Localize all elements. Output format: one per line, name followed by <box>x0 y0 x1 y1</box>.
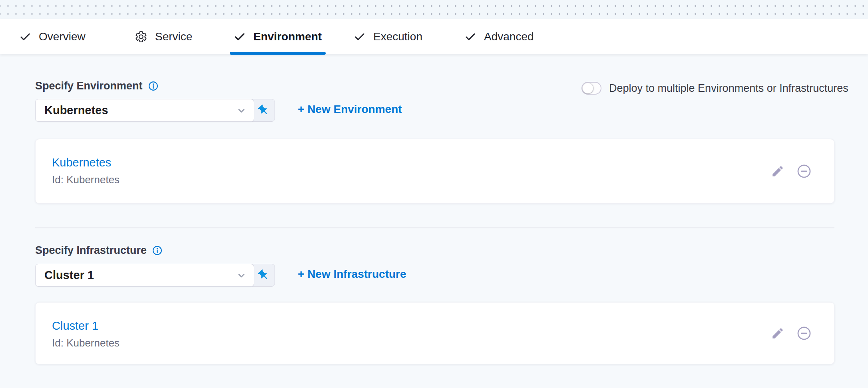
tab-environment[interactable]: Environment <box>234 19 322 54</box>
pin-icon <box>255 102 273 119</box>
specify-infrastructure-label: Specify Infrastructure <box>35 244 163 257</box>
infrastructure-select: Cluster 1 <box>35 264 275 287</box>
specify-infrastructure-text: Specify Infrastructure <box>35 244 147 257</box>
environment-card-id: Id: Kubernetes <box>52 174 119 186</box>
pin-icon <box>255 267 273 284</box>
tab-execution-label: Execution <box>373 30 422 43</box>
tab-overview-label: Overview <box>39 30 86 43</box>
active-tab-underline <box>230 52 326 55</box>
tab-overview[interactable]: Overview <box>19 19 86 54</box>
tab-advanced-label: Advanced <box>484 30 534 43</box>
infrastructure-select-value: Cluster 1 <box>44 269 94 282</box>
infrastructure-card: Cluster 1 Id: Kubernetes <box>35 302 834 364</box>
environment-select: Kubernetes <box>35 99 275 122</box>
info-icon[interactable] <box>148 81 159 91</box>
new-infrastructure-link[interactable]: + New Infrastructure <box>298 268 406 281</box>
infrastructure-card-title[interactable]: Cluster 1 <box>52 319 98 333</box>
dotted-canvas-background <box>0 0 868 19</box>
environment-card: Kubernetes Id: Kubernetes <box>35 139 834 204</box>
chevron-down-icon <box>235 105 247 117</box>
check-icon <box>19 31 31 43</box>
pencil-icon <box>771 164 784 178</box>
infrastructure-card-id: Id: Kubernetes <box>52 337 119 349</box>
toggle-knob <box>583 83 593 93</box>
environment-card-actions <box>771 139 812 203</box>
infrastructure-card-actions <box>771 303 812 364</box>
multi-environment-toggle-row: Deploy to multiple Environments or Infra… <box>581 82 848 95</box>
tab-advanced[interactable]: Advanced <box>464 19 534 54</box>
pencil-icon <box>771 327 784 340</box>
edit-environment-button[interactable] <box>771 164 784 178</box>
remove-environment-button[interactable] <box>796 164 812 179</box>
stage-tabs-bar: Overview Service Environment Execution A <box>0 19 868 54</box>
specify-environment-label: Specify Environment <box>35 80 159 92</box>
chevron-down-icon <box>235 269 247 281</box>
check-icon <box>464 31 476 43</box>
tab-environment-label: Environment <box>253 30 322 43</box>
section-divider <box>35 228 834 228</box>
remove-infrastructure-button[interactable] <box>796 326 812 341</box>
check-icon <box>354 31 366 43</box>
minus-circle-icon <box>796 326 812 341</box>
tab-execution[interactable]: Execution <box>354 19 422 54</box>
environment-select-value: Kubernetes <box>44 104 108 117</box>
edit-infrastructure-button[interactable] <box>771 327 784 340</box>
multi-environment-toggle[interactable] <box>581 82 601 95</box>
check-icon <box>234 31 246 43</box>
gear-icon <box>135 30 147 43</box>
minus-circle-icon <box>796 164 812 179</box>
new-environment-link[interactable]: + New Environment <box>298 103 402 116</box>
tab-service[interactable]: Service <box>135 19 192 54</box>
infrastructure-select-input[interactable]: Cluster 1 <box>35 264 254 287</box>
environment-card-title[interactable]: Kubernetes <box>52 156 111 169</box>
multi-environment-toggle-label: Deploy to multiple Environments or Infra… <box>609 82 848 95</box>
tab-service-label: Service <box>155 30 192 43</box>
environment-select-input[interactable]: Kubernetes <box>35 99 254 122</box>
info-icon[interactable] <box>152 245 163 256</box>
specify-environment-text: Specify Environment <box>35 80 143 92</box>
